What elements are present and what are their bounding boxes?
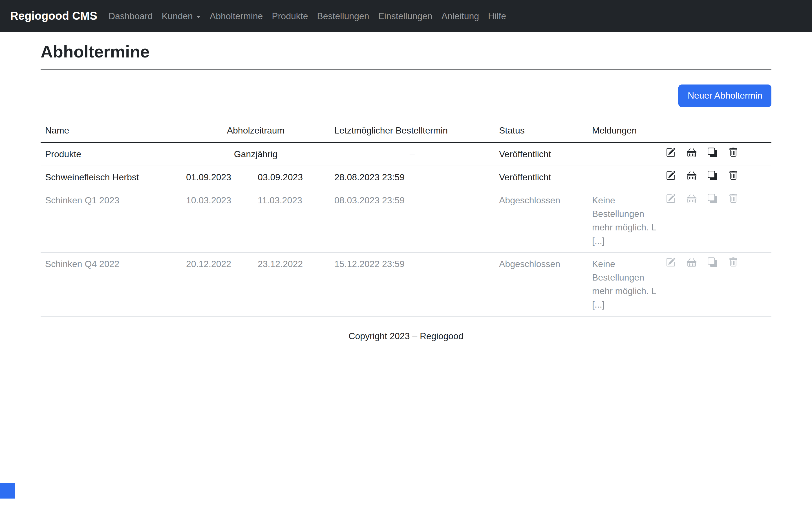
main-nav: Dashboard Kunden Abholtermine Produkte B…	[104, 6, 511, 25]
basket-icon	[687, 171, 696, 180]
nav-item-label: Anleitung	[442, 11, 479, 20]
basket-icon	[687, 148, 696, 157]
column-header-actions	[661, 119, 771, 143]
basket-icon	[687, 258, 696, 267]
duplicate-button[interactable]	[708, 194, 717, 203]
cell-actions	[661, 252, 771, 316]
cell-messages	[588, 166, 661, 189]
cell-deadline: 28.08.2023 23:59	[330, 166, 495, 189]
duplicate-icon	[708, 148, 717, 157]
nav-item-label: Abholtermine	[210, 11, 263, 20]
page-title: Abholtermine	[41, 42, 771, 61]
cell-status: Abgeschlossen	[495, 252, 588, 316]
column-header-deadline: Letztmöglicher Bestelltermin	[330, 119, 495, 143]
duplicate-icon	[708, 194, 717, 203]
cell-name: Schweinefleisch Herbst	[41, 166, 182, 189]
nav-item-label: Hilfe	[488, 11, 506, 20]
nav-item-label: Produkte	[272, 11, 308, 20]
table-row: Schinken Q1 2023 10.03.2023 11.03.2023 0…	[41, 189, 771, 252]
cell-status: Abgeschlossen	[495, 189, 588, 252]
column-header-period: Abholzeitraum	[182, 119, 330, 143]
delete-button[interactable]	[728, 194, 738, 203]
column-header-name: Name	[41, 119, 182, 143]
edit-button[interactable]	[666, 194, 675, 203]
nav-item-abholtermine[interactable]: Abholtermine	[205, 6, 267, 25]
pencil-square-icon	[666, 258, 675, 267]
nav-item-einstellungen[interactable]: Einstellungen	[373, 6, 437, 25]
cell-status: Veröffentlicht	[495, 166, 588, 189]
trash-icon	[728, 171, 738, 180]
cell-name: Schinken Q1 2023	[41, 189, 182, 252]
new-abholtermin-button[interactable]: Neuer Abholtermin	[679, 84, 771, 107]
nav-item-hilfe[interactable]: Hilfe	[484, 6, 511, 25]
nav-item-label: Kunden	[161, 11, 193, 20]
edit-button[interactable]	[666, 171, 675, 180]
chevron-down-icon	[196, 15, 201, 18]
basket-icon	[687, 194, 696, 203]
title-divider	[41, 69, 771, 70]
duplicate-button[interactable]	[708, 171, 717, 180]
bottom-left-blue-artifact	[0, 483, 15, 499]
brand-logo[interactable]: Regiogood CMS	[10, 10, 97, 22]
duplicate-icon	[708, 258, 717, 267]
pencil-square-icon	[666, 148, 675, 157]
nav-item-produkte[interactable]: Produkte	[267, 6, 312, 25]
cell-name: Schinken Q4 2022	[41, 252, 182, 316]
orders-basket-button[interactable]	[687, 194, 696, 203]
trash-icon	[728, 194, 738, 203]
orders-basket-button[interactable]	[687, 148, 696, 157]
delete-button[interactable]	[728, 171, 738, 180]
cell-actions	[661, 166, 771, 189]
abholtermine-table: Name Abholzeitraum Letztmöglicher Bestel…	[41, 119, 771, 317]
top-navbar: Regiogood CMS Dashboard Kunden Abholterm…	[0, 0, 812, 32]
nav-item-dashboard[interactable]: Dashboard	[104, 6, 157, 25]
cell-deadline: 08.03.2023 23:59	[330, 189, 495, 252]
trash-icon	[728, 258, 738, 267]
cell-period-end: 23.12.2022	[253, 252, 330, 316]
cell-deadline: –	[330, 143, 495, 166]
table-row: Schinken Q4 2022 20.12.2022 23.12.2022 1…	[41, 252, 771, 316]
table-header-row: Name Abholzeitraum Letztmöglicher Bestel…	[41, 119, 771, 143]
edit-button[interactable]	[666, 258, 675, 267]
nav-item-bestellungen[interactable]: Bestellungen	[312, 6, 373, 25]
cell-messages	[588, 143, 661, 166]
duplicate-button[interactable]	[708, 258, 717, 267]
nav-item-label: Bestellungen	[317, 11, 369, 20]
cell-name: Produkte	[41, 143, 182, 166]
trash-icon	[728, 148, 738, 157]
nav-item-label: Einstellungen	[378, 11, 432, 20]
edit-button[interactable]	[666, 148, 675, 157]
delete-button[interactable]	[728, 148, 738, 157]
pencil-square-icon	[666, 194, 675, 203]
duplicate-icon	[708, 171, 717, 180]
toolbar: Neuer Abholtermin	[41, 84, 771, 107]
table-row: Schweinefleisch Herbst 01.09.2023 03.09.…	[41, 166, 771, 189]
cell-messages: Keine Bestellungen mehr möglich. L [...]	[588, 252, 661, 316]
nav-item-label: Dashboard	[109, 11, 153, 20]
cell-messages: Keine Bestellungen mehr möglich. L [...]	[588, 189, 661, 252]
column-header-messages: Meldungen	[588, 119, 661, 143]
cell-period-end: 03.09.2023	[253, 166, 330, 189]
nav-item-anleitung[interactable]: Anleitung	[437, 6, 484, 25]
cell-period: Ganzjährig	[182, 143, 330, 166]
duplicate-button[interactable]	[708, 148, 717, 157]
page-root: Regiogood CMS Dashboard Kunden Abholterm…	[0, 0, 812, 507]
orders-basket-button[interactable]	[687, 171, 696, 180]
cell-period-end: 11.03.2023	[253, 189, 330, 252]
delete-button[interactable]	[728, 258, 738, 267]
cell-deadline: 15.12.2022 23:59	[330, 252, 495, 316]
cell-actions	[661, 189, 771, 252]
main-content: Abholtermine Neuer Abholtermin Name Abho…	[34, 42, 778, 364]
pencil-square-icon	[666, 171, 675, 180]
cell-period-start: 10.03.2023	[182, 189, 253, 252]
cell-period-start: 20.12.2022	[182, 252, 253, 316]
orders-basket-button[interactable]	[687, 258, 696, 267]
nav-item-kunden-dropdown[interactable]: Kunden	[157, 6, 205, 25]
footer-copyright: Copyright 2023 – Regiogood	[41, 331, 771, 364]
table-row: Produkte Ganzjährig – Veröffentlicht	[41, 143, 771, 166]
cell-actions	[661, 143, 771, 166]
cell-status: Veröffentlicht	[495, 143, 588, 166]
column-header-status: Status	[495, 119, 588, 143]
cell-period-start: 01.09.2023	[182, 166, 253, 189]
